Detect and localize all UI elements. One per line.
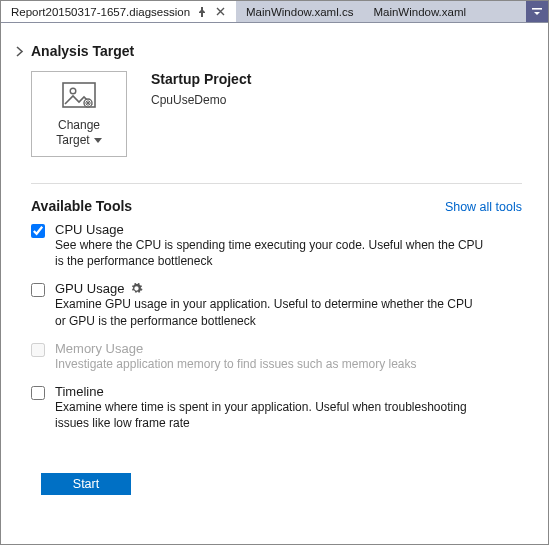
tool-checkbox[interactable] (31, 386, 45, 400)
target-name: CpuUseDemo (151, 93, 251, 107)
tool-checkbox[interactable] (31, 283, 45, 297)
target-picture-icon (62, 82, 96, 110)
tool-name: Timeline (55, 384, 104, 399)
start-button[interactable]: Start (41, 473, 131, 495)
tab-strip: Report20150317-1657.diagsession MainWind… (1, 1, 548, 23)
tab-label: Report20150317-1657.diagsession (11, 6, 190, 18)
tab-mainwindow-cs[interactable]: MainWindow.xaml.cs (236, 1, 363, 22)
tab-label: MainWindow.xaml (373, 6, 466, 18)
tool-body: TimelineExamine where time is spent in y… (55, 384, 485, 431)
divider (31, 183, 522, 184)
tab-label: MainWindow.xaml.cs (246, 6, 353, 18)
tab-overflow-dropdown[interactable] (526, 1, 548, 22)
tool-row: TimelineExamine where time is spent in y… (31, 384, 522, 431)
tool-desc: Investigate application memory to find i… (55, 356, 417, 372)
close-icon[interactable] (214, 6, 226, 18)
gear-icon[interactable] (130, 282, 143, 295)
tool-checkbox[interactable] (31, 224, 45, 238)
tool-body: GPU UsageExamine GPU usage in your appli… (55, 281, 485, 328)
tool-desc: See where the CPU is spending time execu… (55, 237, 485, 269)
target-meta: Startup Project CpuUseDemo (151, 71, 251, 107)
tool-body: CPU UsageSee where the CPU is spending t… (55, 222, 485, 269)
show-all-tools-link[interactable]: Show all tools (445, 200, 522, 214)
svg-point-2 (70, 88, 76, 94)
pin-icon[interactable] (196, 6, 208, 18)
tool-row: GPU UsageExamine GPU usage in your appli… (31, 281, 522, 328)
tool-name: Memory Usage (55, 341, 143, 356)
change-target-button[interactable]: Change Target (31, 71, 127, 157)
tab-active-diagsession[interactable]: Report20150317-1657.diagsession (1, 1, 236, 22)
change-target-line2: Target (56, 133, 89, 148)
tool-checkbox (31, 343, 45, 357)
content: Analysis Target Change Targ (1, 23, 548, 509)
tool-row: Memory UsageInvestigate application memo… (31, 341, 522, 372)
tool-desc: Examine GPU usage in your application. U… (55, 296, 485, 328)
analysis-target-row: Change Target Startup Project CpuUseDemo (31, 71, 522, 157)
svg-rect-0 (532, 8, 542, 10)
tab-mainwindow-xaml[interactable]: MainWindow.xaml (363, 1, 476, 22)
analysis-target-heading: Analysis Target (31, 43, 522, 59)
tool-row: CPU UsageSee where the CPU is spending t… (31, 222, 522, 269)
chevron-down-icon (94, 138, 102, 144)
tool-name: CPU Usage (55, 222, 124, 237)
expand-chevron-icon[interactable] (9, 43, 31, 57)
change-target-line1: Change (58, 118, 100, 133)
tools-list: CPU UsageSee where the CPU is spending t… (31, 222, 522, 431)
tool-body: Memory UsageInvestigate application memo… (55, 341, 417, 372)
available-tools-heading: Available Tools (31, 198, 132, 214)
tool-name: GPU Usage (55, 281, 124, 296)
target-title: Startup Project (151, 71, 251, 87)
tool-desc: Examine where time is spent in your appl… (55, 399, 485, 431)
